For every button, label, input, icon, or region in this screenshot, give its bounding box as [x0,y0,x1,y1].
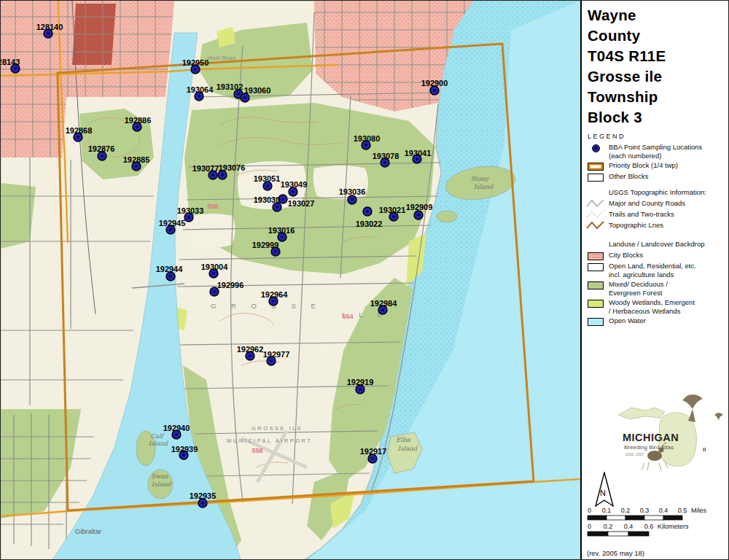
logo-numeral: II [703,446,706,453]
scale-bar-segment [588,532,608,536]
legend-item: BBA Point Sampling Locations(each number… [586,143,729,160]
legend-item: Woody Wetlands, Emergent/ Herbaceous Wet… [586,298,729,315]
legend-item: Other Blocks [586,172,729,182]
map-label-island: Stony [471,175,490,182]
point-dot-center [213,290,216,293]
point-number-label: 192940 [163,424,190,432]
scale-bars: 00.10.20.30.40.5Miles 00.20.40.6Kilomete… [585,507,729,539]
legend-item-label: Open Water [609,316,646,325]
open-water-swatch [588,318,604,326]
point-number-label: 192984 [370,299,398,308]
point-dot-center [270,359,273,362]
revision-note: (rev. 2005 may 18) [587,549,644,557]
scale-tick-label: 0 [588,523,591,530]
logo-years: 2002- 2007 [625,452,644,456]
point-dot-center [392,215,395,218]
legend-item: Open Land, Residential, etc.incl. agricu… [586,262,729,279]
point-number-label: 193077 [192,164,219,173]
point-dot-center [383,161,386,164]
north-label: N [600,489,606,497]
point-number-label: 193049 [281,180,308,189]
point-dot-center [274,250,277,253]
legend-item-label: Priority Block (1/4 twp) [609,161,678,170]
point-number-label: 193041 [405,149,432,158]
other-block-icon [588,174,604,182]
map-label-town: Gibraltar [75,527,101,535]
point-dot-center [201,502,204,505]
legend-item-label: Woody Wetlands, Emergent/ Herbaceous Wet… [609,298,695,315]
scale-bar-kilometers: 00.20.40.6Kilometers [585,523,729,539]
point-dot-center [237,93,240,96]
point-dot-center [416,158,418,160]
point-number-label: 192962 [237,345,264,354]
point-number-label: 193078 [373,152,399,160]
point-number-label: 192996 [217,281,244,289]
legend-heading: LEGEND [588,133,729,140]
scale-tick-label: 0.2 [621,507,631,514]
point-dot-center [198,95,200,98]
point-dot-center [366,210,369,213]
point-dot-center [212,272,215,275]
legend-item-label: Other Blocks [609,172,648,181]
scale-bar-segment [663,516,682,520]
point-number-label: 192885 [123,155,150,164]
legend-panel: Wayne County T04S R11E Grosse ile Townsh… [580,1,729,560]
wetland-swatch [588,300,604,308]
scale-bar-segment [644,516,663,520]
map-area: StonyIslandCalfIslandSwanIslandElbaIslan… [1,1,580,560]
scale-tick-label: 0.1 [602,507,612,514]
legend-item-label: Landuse / Landcover Backdrop [609,240,705,249]
point-dot-center [175,433,178,436]
north-arrow: N [593,472,615,508]
legend-item-label: USGS Topographic Information: [609,188,706,197]
map-label-route: 554 [342,313,353,320]
michigan-up-shape [618,408,665,419]
point-number-label: 193080 [354,134,381,143]
scale-tick-label: 0.4 [659,507,668,514]
point-dot-center [211,174,214,176]
point-dot-center [101,155,104,158]
legend-item: USGS Topographic Information: [586,188,729,198]
topographic-map: StonyIslandCalfIslandSwanIslandElbaIslan… [1,1,580,560]
point-number-label: 192950 [182,58,209,67]
point-dot-center [14,67,17,70]
point-number-label: 192945 [159,219,186,228]
point-dot-center [371,457,374,460]
small-bird-icon [714,413,723,421]
map-title: Wayne County T04S R11E Grosse ile Townsh… [588,5,729,128]
point-number-label: 193051 [254,174,281,183]
legend-rows: BBA Point Sampling Locations(each number… [586,143,729,326]
legend-item: Trails and Two-tracks [586,210,729,219]
scale-tick-label: 0.4 [624,523,634,530]
point-number-label: 192964 [261,290,289,299]
topographic-line-icon [586,220,605,233]
open-land-swatch [588,263,604,271]
legend-item: Open Water [586,316,729,326]
map-label-island: Island [398,445,418,452]
point-dot-center [47,32,50,35]
point-number-label: 193102 [217,82,243,91]
map-label-island: Island [152,481,172,488]
map-label-island: Island [474,183,494,190]
point-number-label: 193027 [288,199,315,208]
city-blocks-swatch [588,252,604,260]
map-label-road: West Shore [207,55,235,61]
legend-item: Priority Block (1/4 twp) [586,161,729,171]
point-number-label: 192935 [190,491,217,500]
point-dot-center [364,144,367,147]
legend-item: Landuse / Landcover Backdrop [586,240,729,249]
scale-bar-segment [588,516,607,520]
map-label-island: Elba [396,436,410,443]
scale-tick-label: 0.3 [640,507,650,514]
legend-item-label: Trails and Two-tracks [609,210,674,219]
scale-tick-label: 0.5 [678,507,687,514]
point-number-label: 192876 [88,144,115,153]
point-dot-center [194,68,197,71]
point-number-label: 192917 [360,447,387,456]
point-number-label: 193004 [201,262,229,271]
point-number-label: 192939 [171,445,198,454]
point-number-label: 193064 [187,85,214,94]
forest-swatch [588,281,604,289]
legend-item: Major and County Roads [586,199,729,209]
michigan-bba-logo: MICHIGAN Breeding Bird Atlas 2002- 2007 … [617,393,728,475]
